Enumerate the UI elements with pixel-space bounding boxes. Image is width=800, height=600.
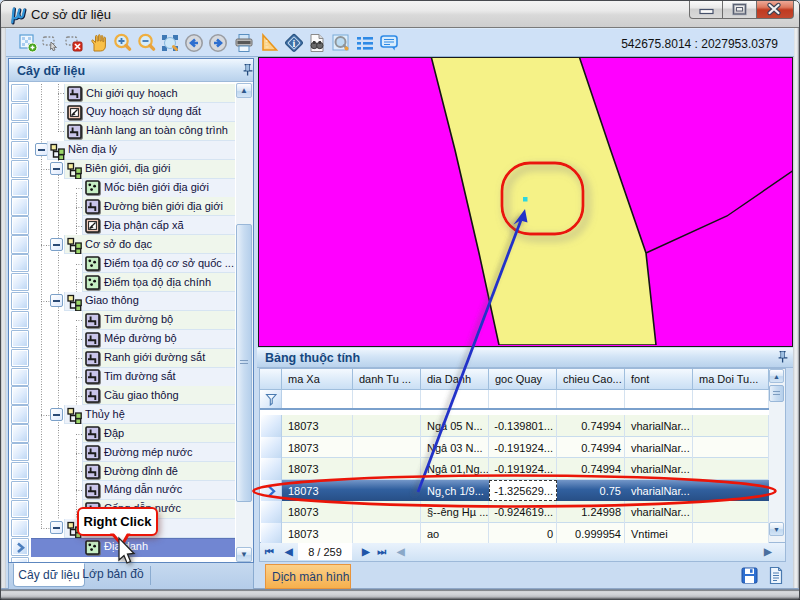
svg-text:i: i [293, 38, 296, 49]
